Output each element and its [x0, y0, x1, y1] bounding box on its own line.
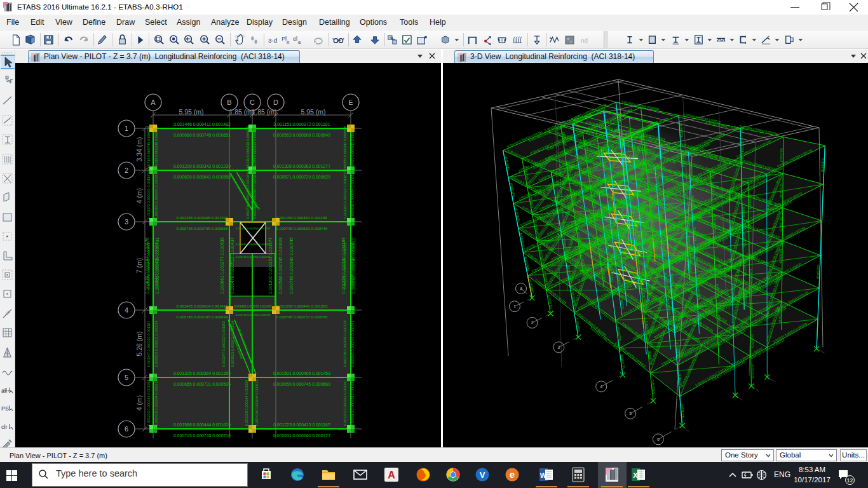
svg-text:(0.003770): (0.003770): [744, 289, 747, 304]
svg-text:PS: PS: [1, 405, 9, 412]
svg-text:Pl: Pl: [281, 36, 287, 42]
svg-text:(0.003770): (0.003770): [715, 284, 719, 299]
svg-text:0.001308 0.000363 0.001277: 0.001308 0.000363 0.001277: [273, 164, 330, 168]
svg-text:0.000284 0.000334 0.000364: 0.000284 0.000334 0.000364: [253, 126, 257, 172]
svg-text:0.001483 0.000555 0.001485: 0.001483 0.000555 0.001485: [234, 305, 272, 308]
svg-text:0.000418 0.000604 0.000613: 0.000418 0.000604 0.000613: [351, 172, 355, 219]
svg-text:0.001172 0.000341 0.001141: 0.001172 0.000341 0.001141: [147, 173, 151, 219]
svg-text:6: 6: [125, 425, 128, 433]
svg-text:0.000736 0.000375 0.000364: 0.000736 0.000375 0.000364: [246, 172, 250, 219]
svg-text:0.000523 0.000611 0.000514: 0.000523 0.000611 0.000514: [351, 126, 355, 173]
svg-text:0.000745 0.000745 0.000658: 0.000745 0.000745 0.000658: [177, 226, 228, 231]
svg-text:0.000876 0.000247 0.000878: 0.000876 0.000247 0.000878: [343, 126, 347, 172]
svg-text:0.000745 0.000380 0.000745: 0.000745 0.000380 0.000745: [289, 237, 294, 294]
svg-text:(0.001099): (0.001099): [750, 302, 753, 317]
svg-text:(0.003770): (0.003770): [779, 249, 782, 264]
svg-text:2: 2: [125, 166, 128, 174]
svg-text:0.001150 0.000451 0.001156: 0.001150 0.000451 0.001156: [276, 215, 327, 220]
svg-text:(0.002807): (0.002807): [750, 269, 753, 283]
svg-text:3-d: 3-d: [268, 37, 277, 44]
svg-text:0.000284 0.000364 0.000364: 0.000284 0.000364 0.000364: [253, 172, 257, 219]
svg-text:0.001258 0.000441 0.001283: 0.001258 0.000441 0.001283: [276, 304, 328, 308]
svg-text:B: B: [227, 98, 231, 106]
svg-text:0.001523 0.000611 0.000514: 0.001523 0.000611 0.000514: [231, 321, 234, 367]
svg-text:0.000523 0.000611 0.000514: 0.000523 0.000611 0.000514: [154, 321, 158, 367]
svg-text:0.000659 0.000745 0.000669: 0.000659 0.000745 0.000669: [273, 382, 330, 386]
svg-text:0.000341 0.000341 0.000341: 0.000341 0.000341 0.000341: [154, 172, 158, 219]
svg-text:(0.003770): (0.003770): [779, 217, 782, 231]
svg-text:X: X: [633, 471, 638, 479]
svg-text:5: 5: [629, 411, 632, 416]
svg-text:0.000661 0.000277 0.000939: 0.000661 0.000277 0.000939: [220, 237, 224, 294]
svg-text:0.000463 0.000439 0.000439: 0.000463 0.000439 0.000439: [351, 379, 355, 426]
svg-text:(0.003770): (0.003770): [741, 138, 744, 152]
svg-text:0.001300 0.000351 0.001377: 0.001300 0.000351 0.001377: [268, 237, 273, 294]
svg-text:all: all: [1, 388, 7, 394]
svg-text:4 (m): 4 (m): [135, 188, 143, 204]
svg-text:1: 1: [513, 304, 516, 309]
svg-text:(0.003770): (0.003770): [711, 182, 715, 197]
svg-text:3: 3: [557, 345, 560, 349]
svg-text:el: el: [293, 36, 297, 42]
svg-text:5: 5: [125, 374, 128, 381]
svg-text:0.001151 0.000372 0.001101: 0.001151 0.000372 0.001101: [273, 122, 330, 126]
svg-text:0.000745 0.000737 0.000745: 0.000745 0.000737 0.000745: [276, 315, 328, 319]
svg-text:(0.003770): (0.003770): [742, 203, 745, 217]
svg-text:(0.003770): (0.003770): [778, 308, 782, 323]
svg-text:4 (m): 4 (m): [135, 395, 143, 411]
svg-text:0.001138 0.000364 0.001134: 0.001138 0.000364 0.001134: [245, 380, 248, 426]
svg-text:0.000655 0.000731 0.000595: 0.000655 0.000731 0.000595: [173, 382, 231, 386]
svg-text:0.001405 0.000414 0.001413: 0.001405 0.000414 0.001413: [177, 304, 228, 308]
svg-text:0.000239 0.000239 0.000239: 0.000239 0.000239 0.000239: [154, 126, 158, 172]
svg-text:5.95 (m): 5.95 (m): [179, 108, 203, 116]
svg-text:E: E: [348, 98, 353, 106]
svg-text:0.001209 0.000342 0.001239: 0.001209 0.000342 0.001239: [173, 164, 231, 168]
svg-text:0.001147 0.000322 0.001153: 0.001147 0.000322 0.001153: [222, 321, 226, 367]
svg-text:0.000592 0.000745 0.000610: 0.000592 0.000745 0.000610: [351, 237, 356, 294]
svg-text:(0.003770): (0.003770): [713, 218, 717, 233]
svg-text:0.000563 0.000608 0.000649: 0.000563 0.000608 0.000649: [273, 133, 330, 137]
svg-text:0.001147 0.000322 0.001187: 0.001147 0.000322 0.001187: [343, 173, 347, 219]
svg-text:0.001325 0.000364 0.001355: 0.001325 0.000364 0.001355: [173, 371, 231, 376]
svg-text:0.000718 0.000745 0.000718: 0.000718 0.000745 0.000718: [147, 126, 151, 172]
svg-text:W: W: [540, 471, 547, 479]
svg-text:C: C: [250, 98, 255, 106]
svg-text:3: 3: [125, 218, 128, 226]
svg-text:A: A: [520, 287, 523, 291]
svg-text:e: e: [510, 469, 515, 480]
svg-text:4: 4: [125, 306, 128, 314]
svg-text:A: A: [151, 98, 156, 106]
svg-text:5.95 (m): 5.95 (m): [301, 108, 325, 116]
svg-text:(0.003770): (0.003770): [751, 364, 754, 379]
svg-text:0.001223 0.000413 0.001167: 0.001223 0.000413 0.001167: [273, 423, 330, 427]
svg-text:(0.001470): (0.001470): [749, 195, 752, 210]
svg-text:0.000341 0.000341 0.000341: 0.000341 0.000341 0.000341: [351, 320, 355, 367]
svg-text:0.001395 0.000408 0.001393: 0.001395 0.000408 0.001393: [177, 215, 228, 220]
svg-text:0.000715 0.000745 0.000716: 0.000715 0.000745 0.000716: [173, 433, 231, 438]
svg-text:0.000745 0.000745 0.000699: 0.000745 0.000745 0.000699: [177, 315, 228, 319]
svg-text:1: 1: [125, 125, 128, 132]
svg-text:2: 2: [531, 320, 534, 325]
svg-text:0.001715 0.000751 0.000745: 0.001715 0.000751 0.000745: [236, 313, 271, 316]
svg-text:1.85 (m): 1.85 (m): [252, 108, 276, 116]
svg-text:3.34 (m): 3.34 (m): [135, 137, 143, 161]
svg-text:0.001354 0.000380 0.001364: 0.001354 0.000380 0.001364: [341, 237, 346, 294]
svg-text:0.000660 0.000745 0.000651: 0.000660 0.000745 0.000651: [173, 133, 231, 137]
svg-text:V: V: [480, 470, 485, 480]
svg-text:(0.003770): (0.003770): [780, 148, 783, 163]
svg-text:0.000718 0.000745 0.000718: 0.000718 0.000745 0.000718: [343, 320, 347, 367]
svg-text:e: e: [298, 39, 301, 45]
svg-text:0.000878 0.000247 0.000876: 0.000878 0.000247 0.000876: [145, 237, 149, 294]
svg-text:0.000418 0.000604 0.000613: 0.000418 0.000604 0.000613: [255, 379, 259, 426]
svg-text:A: A: [388, 470, 395, 480]
svg-text:0.000715 0.000751 0.000745: 0.000715 0.000751 0.000745: [236, 255, 271, 259]
svg-text:nd: nd: [581, 37, 588, 44]
svg-text:0.001501 0.000405 0.001453: 0.001501 0.000405 0.001453: [273, 371, 330, 376]
svg-text:0.001446 0.000411 0.001482: 0.001446 0.000411 0.001482: [173, 122, 231, 126]
svg-text:(0.003770): (0.003770): [780, 183, 783, 198]
svg-text:(0.003770): (0.003770): [743, 262, 747, 276]
svg-text:clr: clr: [1, 424, 8, 430]
svg-text:0.000880 0.000582 0.000885: 0.000880 0.000582 0.000885: [236, 243, 271, 246]
svg-text:(0.003770): (0.003770): [743, 233, 746, 247]
svg-text:0.001588 0.000444 0.001619: 0.001588 0.000444 0.001619: [173, 423, 231, 427]
